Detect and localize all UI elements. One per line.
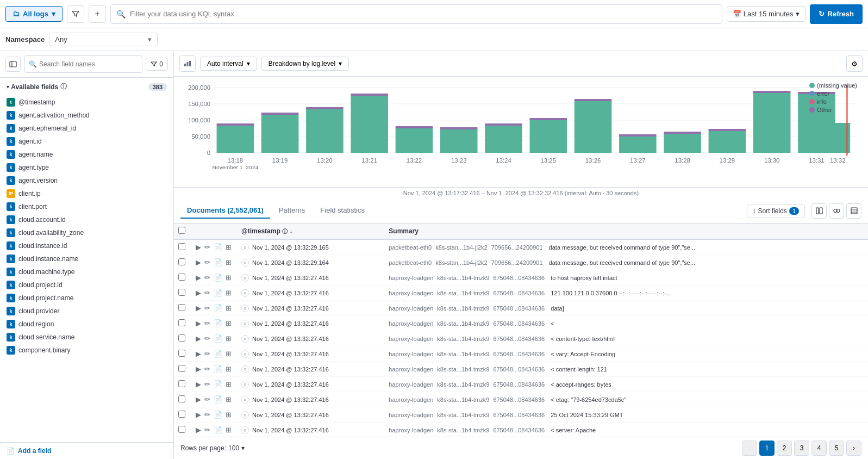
chart-settings-button[interactable]: ⚙ bbox=[846, 55, 863, 72]
timestamp-info-icon[interactable]: ⓘ bbox=[282, 228, 288, 234]
surround-row-button[interactable]: ⊞ bbox=[224, 349, 233, 359]
sort-desc-icon[interactable]: ↓ bbox=[289, 227, 292, 235]
log-level-icon[interactable]: ○ bbox=[241, 320, 249, 327]
expand-row-button[interactable]: ▶ bbox=[195, 288, 202, 298]
surround-row-button[interactable]: ⊞ bbox=[224, 394, 233, 405]
row-checkbox[interactable] bbox=[178, 365, 185, 372]
log-level-icon[interactable]: ○ bbox=[241, 335, 249, 343]
help-icon[interactable]: ⓘ bbox=[60, 82, 67, 91]
surround-row-button[interactable]: ⊞ bbox=[224, 410, 233, 420]
search-bar[interactable]: 🔍 bbox=[110, 4, 722, 24]
timestamp-header[interactable]: @timestamp ⓘ ↓ bbox=[237, 224, 384, 239]
inspect-row-button[interactable]: ✏ bbox=[203, 364, 211, 374]
view-row-button[interactable]: 📄 bbox=[213, 364, 223, 374]
row-checkbox[interactable] bbox=[178, 411, 185, 418]
field-item-agent-id[interactable]: kagent.id bbox=[0, 135, 173, 148]
expand-row-button[interactable]: ▶ bbox=[195, 303, 202, 313]
page-button-5[interactable]: 5 bbox=[829, 441, 844, 456]
page-button-3[interactable]: 3 bbox=[794, 441, 809, 456]
log-level-icon[interactable]: ○ bbox=[241, 289, 249, 297]
inspect-row-button[interactable]: ✏ bbox=[203, 257, 211, 268]
sidebar-toggle-button[interactable] bbox=[5, 57, 21, 72]
surround-row-button[interactable]: ⊞ bbox=[224, 379, 233, 389]
kql-search-input[interactable] bbox=[130, 10, 716, 18]
surround-row-button[interactable]: ⊞ bbox=[224, 303, 233, 313]
filter-count-button[interactable]: 0 bbox=[146, 58, 168, 71]
field-item--timestamp[interactable]: t@timestamp bbox=[0, 96, 173, 109]
row-checkbox[interactable] bbox=[178, 350, 185, 357]
surround-row-button[interactable]: ⊞ bbox=[224, 364, 233, 374]
inspect-row-button[interactable]: ✏ bbox=[203, 333, 211, 344]
surround-row-button[interactable]: ⊞ bbox=[224, 257, 233, 268]
field-item-cloud-project-name[interactable]: kcloud.project.name bbox=[0, 291, 173, 305]
view-row-button[interactable]: 📄 bbox=[213, 394, 223, 405]
tab-documents--2-552-061-[interactable]: Documents (2,552,061) bbox=[180, 203, 270, 219]
row-checkbox[interactable] bbox=[178, 274, 185, 281]
field-item-agent-name[interactable]: kagent.name bbox=[0, 148, 173, 161]
log-level-icon[interactable]: ○ bbox=[241, 411, 249, 419]
surround-row-button[interactable]: ⊞ bbox=[224, 272, 233, 283]
inspect-row-button[interactable]: ✏ bbox=[203, 394, 211, 405]
field-item-cloud-availability-zone[interactable]: kcloud.availability_zone bbox=[0, 226, 173, 239]
filter-button[interactable] bbox=[67, 5, 84, 23]
inspect-row-button[interactable]: ✏ bbox=[203, 410, 211, 420]
sort-fields-button[interactable]: ↕ Sort fields 1 bbox=[747, 204, 805, 218]
view-row-button[interactable]: 📄 bbox=[213, 333, 223, 344]
log-level-icon[interactable]: ○ bbox=[241, 426, 249, 434]
all-logs-button[interactable]: 🗂 All logs ▾ bbox=[5, 6, 63, 22]
field-search-box[interactable]: 🔍 bbox=[24, 55, 142, 73]
inspect-row-button[interactable]: ✏ bbox=[203, 288, 211, 298]
table-scroll[interactable]: @timestamp ⓘ ↓ Summary ▶ ✏ 📄 ⊞ bbox=[174, 224, 868, 437]
field-item-agent-activation-method[interactable]: kagent.activation_method bbox=[0, 109, 173, 122]
compare-view-button[interactable] bbox=[829, 203, 844, 219]
row-checkbox[interactable] bbox=[178, 426, 185, 433]
expand-row-button[interactable]: ▶ bbox=[195, 349, 202, 359]
view-row-button[interactable]: 📄 bbox=[213, 349, 223, 359]
inspect-row-button[interactable]: ✏ bbox=[203, 349, 211, 359]
columns-view-button[interactable] bbox=[811, 203, 827, 219]
view-row-button[interactable]: 📄 bbox=[213, 379, 223, 389]
row-checkbox[interactable] bbox=[178, 395, 185, 402]
inspect-row-button[interactable]: ✏ bbox=[203, 379, 211, 389]
surround-row-button[interactable]: ⊞ bbox=[224, 425, 233, 435]
log-level-icon[interactable]: ○ bbox=[241, 396, 249, 404]
field-item-cloud-instance-name[interactable]: kcloud.instance.name bbox=[0, 252, 173, 265]
inspect-row-button[interactable]: ✏ bbox=[203, 242, 211, 252]
inspect-row-button[interactable]: ✏ bbox=[203, 303, 211, 313]
field-item-cloud-region[interactable]: kcloud.region bbox=[0, 318, 173, 331]
surround-row-button[interactable]: ⊞ bbox=[224, 242, 233, 252]
tab-patterns[interactable]: Patterns bbox=[272, 203, 311, 219]
field-item-cloud-project-id[interactable]: kcloud.project.id bbox=[0, 278, 173, 291]
row-checkbox[interactable] bbox=[178, 258, 185, 265]
expand-row-button[interactable]: ▶ bbox=[195, 379, 202, 389]
surround-row-button[interactable]: ⊞ bbox=[224, 288, 233, 298]
row-checkbox[interactable] bbox=[178, 289, 185, 296]
log-level-icon[interactable]: ○ bbox=[241, 350, 249, 358]
expand-row-button[interactable]: ▶ bbox=[195, 318, 202, 328]
view-row-button[interactable]: 📄 bbox=[213, 410, 223, 420]
field-item-client-ip[interactable]: IPclient.ip bbox=[0, 187, 173, 200]
inspect-row-button[interactable]: ✏ bbox=[203, 318, 211, 328]
add-button[interactable]: ＋ bbox=[89, 5, 106, 23]
row-checkbox[interactable] bbox=[178, 380, 185, 387]
surround-row-button[interactable]: ⊞ bbox=[224, 333, 233, 344]
page-button-1[interactable]: 1 bbox=[759, 441, 775, 456]
log-level-icon[interactable]: ○ bbox=[241, 305, 249, 312]
expand-row-button[interactable]: ▶ bbox=[195, 242, 202, 252]
row-checkbox[interactable] bbox=[178, 334, 185, 342]
chart-toggle-button[interactable] bbox=[179, 55, 196, 72]
expand-toggle[interactable]: ▾ bbox=[7, 84, 9, 90]
log-level-icon[interactable]: ○ bbox=[241, 381, 249, 388]
field-item-cloud-machine-type[interactable]: kcloud.machine.type bbox=[0, 265, 173, 278]
page-button-2[interactable]: 2 bbox=[777, 441, 792, 456]
tab-field-statistics[interactable]: Field statistics bbox=[314, 203, 371, 219]
field-item-agent-ephemeral-id[interactable]: kagent.ephemeral_id bbox=[0, 122, 173, 135]
row-checkbox[interactable] bbox=[178, 243, 185, 250]
field-item-cloud-service-name[interactable]: kcloud.service.name bbox=[0, 331, 173, 344]
field-search-input[interactable] bbox=[39, 60, 138, 68]
inspect-row-button[interactable]: ✏ bbox=[203, 425, 211, 435]
view-row-button[interactable]: 📄 bbox=[213, 242, 223, 252]
field-item-agent-version[interactable]: kagent.version bbox=[0, 174, 173, 187]
log-level-icon[interactable]: ○ bbox=[241, 259, 249, 266]
add-field-button[interactable]: 📄 Add a field bbox=[0, 442, 173, 459]
